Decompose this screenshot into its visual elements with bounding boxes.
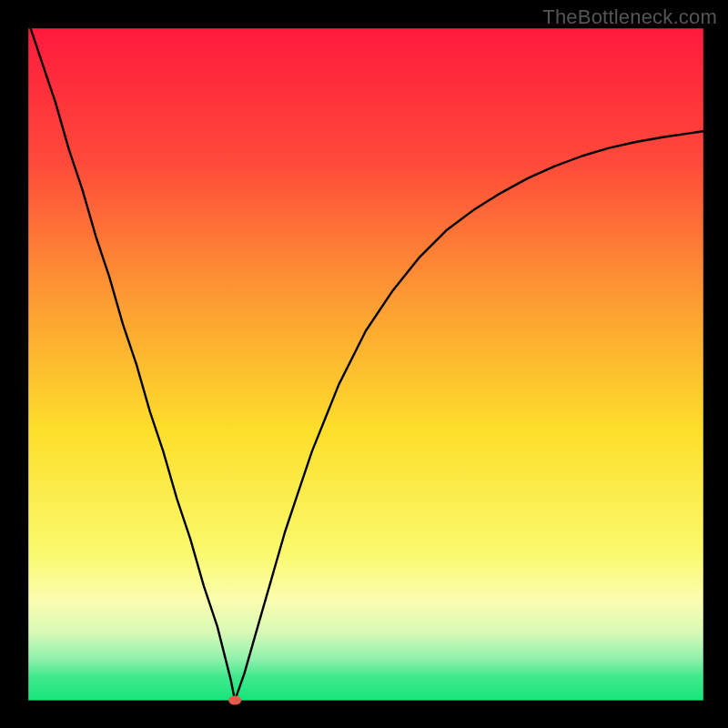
- bottleneck-chart: [0, 0, 728, 728]
- watermark-text: TheBottleneck.com: [542, 5, 717, 29]
- plot-background: [28, 28, 703, 700]
- chart-container: TheBottleneck.com: [0, 0, 728, 728]
- optimal-point-marker: [228, 696, 241, 705]
